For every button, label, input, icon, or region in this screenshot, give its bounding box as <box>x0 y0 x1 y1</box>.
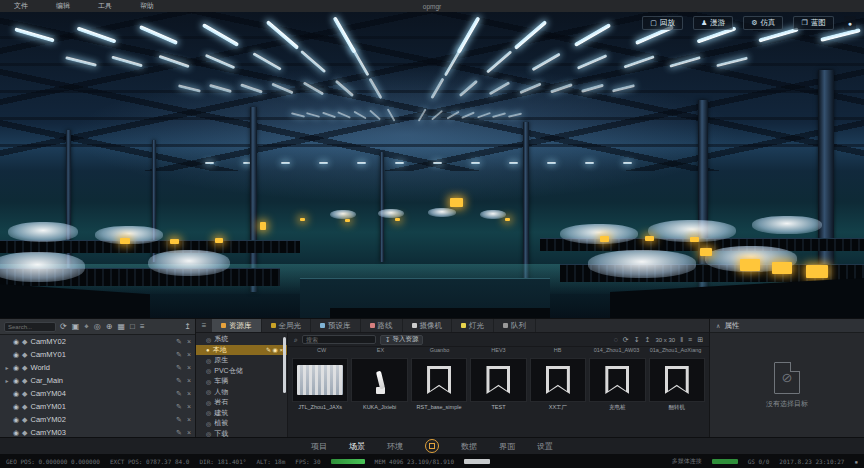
simulate-button[interactable]: ⚙仿真 <box>743 16 783 30</box>
visibility-eye-icon[interactable]: ◉ <box>13 364 19 372</box>
message-icon[interactable]: ● <box>844 16 856 30</box>
tree-row[interactable]: ◉◆CamMY02✎× <box>0 335 195 348</box>
asset-item[interactable]: TEST <box>470 358 526 437</box>
duplicate-icon[interactable]: ▣ <box>72 323 80 331</box>
visibility-eye-icon[interactable]: ◉ <box>13 351 19 359</box>
properties-header[interactable]: ∧ 属性 <box>710 319 864 333</box>
panel-menu-icon[interactable]: ≡ <box>196 319 212 332</box>
delete-icon[interactable]: × <box>187 429 191 437</box>
nav-item-r-1[interactable]: 界面 <box>499 441 515 452</box>
list-view-icon[interactable]: ≡ <box>688 336 692 343</box>
edit-icon[interactable]: ✎ <box>176 403 182 411</box>
delete-icon[interactable]: × <box>187 338 191 346</box>
roam-button[interactable]: ♟漫游 <box>693 16 733 30</box>
edit-icon[interactable]: ✎ <box>176 338 182 346</box>
delete-icon[interactable]: × <box>187 377 191 385</box>
delete-icon[interactable]: × <box>187 351 191 359</box>
hierarchy-search-input[interactable] <box>4 322 56 332</box>
tree-row[interactable]: ◉◆CamYM02✎× <box>0 413 195 426</box>
asset-item[interactable]: RST_base_simple <box>411 358 467 437</box>
folder-item-3[interactable]: ◎PVC仓储 <box>196 366 287 377</box>
export-icon[interactable]: ↥ <box>184 323 191 331</box>
asset-tab-3[interactable]: 路线 <box>361 319 403 332</box>
visibility-eye-icon[interactable]: ◉ <box>13 416 19 424</box>
asset-tab-1[interactable]: 全局光 <box>262 319 312 332</box>
edit-icon[interactable]: ✎ <box>176 364 182 372</box>
tree-row[interactable]: ▸◉◆Car_Main✎× <box>0 374 195 387</box>
edit-icon[interactable]: ✎ <box>176 351 182 359</box>
delete-icon[interactable]: × <box>187 416 191 424</box>
visibility-eye-icon[interactable]: ◉ <box>13 377 19 385</box>
app-logo-icon[interactable] <box>425 439 439 453</box>
folder-item-8[interactable]: ◎植被 <box>196 418 287 429</box>
folder-item-6[interactable]: ◎岩石 <box>196 397 287 408</box>
refresh-icon[interactable]: ⟳ <box>623 336 629 344</box>
asset-tab-2[interactable]: 预设库 <box>311 319 361 332</box>
visibility-eye-icon[interactable]: ◉ <box>13 338 19 346</box>
folder-item-0[interactable]: ◎系统 <box>196 334 287 345</box>
viewport-3d[interactable]: ▢回放♟漫游⚙仿真❐蓝图● <box>0 12 864 318</box>
asset-tab-5[interactable]: 灯光 <box>452 319 494 332</box>
asset-item[interactable]: XX工厂 <box>530 358 586 437</box>
edit-icon[interactable]: ✎ <box>176 416 182 424</box>
playback-button[interactable]: ▢回放 <box>642 16 683 30</box>
folder-scrollbar[interactable] <box>283 337 286 393</box>
tree-row[interactable]: ▸◉◆World✎× <box>0 361 195 374</box>
nav-item-1[interactable]: 场景 <box>349 441 365 452</box>
folder-item-1[interactable]: ●本地✎ ◉ × <box>196 345 287 356</box>
grid-view-icon[interactable]: ⊞ <box>697 336 703 344</box>
nav-item-2[interactable]: 环境 <box>387 441 403 452</box>
folder-item-9[interactable]: ◎下载 <box>196 429 287 440</box>
edit-icon[interactable]: ✎ <box>176 429 182 437</box>
add-icon[interactable]: ⊕ <box>106 323 113 331</box>
asset-search-input[interactable] <box>302 335 376 344</box>
refresh-icon[interactable]: ⟳ <box>60 323 67 331</box>
list-icon[interactable]: ≡ <box>140 323 145 331</box>
asset-item[interactable]: 充电桩 <box>589 358 645 437</box>
focus-icon[interactable]: ⌖ <box>84 323 89 331</box>
nav-item-r-0[interactable]: 数据 <box>461 441 477 452</box>
expand-caret-icon[interactable]: ▸ <box>4 377 10 384</box>
menu-item-1[interactable]: 编辑 <box>42 1 84 11</box>
scene-decor <box>291 112 305 117</box>
tree-row[interactable]: ◉◆CamMY01✎× <box>0 348 195 361</box>
asset-item[interactable]: JTL_Zhou1_JAXs <box>292 358 348 437</box>
frame-icon[interactable]: □ <box>130 323 135 331</box>
blueprint-button[interactable]: ❐蓝图 <box>793 16 833 30</box>
nav-item-0[interactable]: 项目 <box>311 441 327 452</box>
asset-item[interactable]: KUKA_Jixiebi <box>351 358 407 437</box>
edit-icon[interactable]: ✎ <box>266 347 273 353</box>
edit-icon[interactable]: ✎ <box>176 377 182 385</box>
folder-item-4[interactable]: ◎车辆 <box>196 376 287 387</box>
delete-icon[interactable]: × <box>187 390 191 398</box>
edit-icon[interactable]: ✎ <box>176 390 182 398</box>
pause-view-icon[interactable]: ‖ <box>680 336 683 343</box>
camera-icon[interactable]: ◎ <box>94 323 101 331</box>
import-resource-button[interactable]: ↧ 导入资源 <box>380 335 423 345</box>
tree-row[interactable]: ◉◆CamYM01✎× <box>0 400 195 413</box>
menu-item-0[interactable]: 文件 <box>0 1 42 11</box>
asset-item[interactable]: 翻转机 <box>649 358 705 437</box>
visibility-eye-icon[interactable]: ◉ <box>13 403 19 411</box>
asset-tab-4[interactable]: 摄像机 <box>403 319 453 332</box>
delete-icon[interactable]: × <box>187 364 191 372</box>
folder-item-5[interactable]: ◎人物 <box>196 387 287 398</box>
delete-icon[interactable]: ◌ <box>614 336 618 343</box>
menu-item-2[interactable]: 工具 <box>84 1 126 11</box>
group-icon[interactable]: ▦ <box>117 323 125 331</box>
expand-caret-icon[interactable]: ▸ <box>4 364 10 371</box>
folder-item-2[interactable]: ◎原生 <box>196 355 287 366</box>
asset-tab-6[interactable]: 队列 <box>494 319 536 332</box>
asset-tab-0[interactable]: 资源库 <box>212 319 262 332</box>
nav-item-r-2[interactable]: 设置 <box>537 441 553 452</box>
visibility-eye-icon[interactable]: ◉ <box>13 429 19 437</box>
delete-icon[interactable]: × <box>187 403 191 411</box>
notification-icon[interactable]: ▪ <box>854 458 858 465</box>
tree-row[interactable]: ◉◆CamYM04✎× <box>0 387 195 400</box>
download-icon[interactable]: ↧ <box>634 336 640 344</box>
folder-item-7[interactable]: ◎建筑 <box>196 408 287 419</box>
tree-row[interactable]: ◉◆CamYM03✎× <box>0 426 195 437</box>
upload-icon[interactable]: ↥ <box>645 336 651 344</box>
visibility-eye-icon[interactable]: ◉ <box>13 390 19 398</box>
menu-item-3[interactable]: 帮助 <box>126 1 168 11</box>
